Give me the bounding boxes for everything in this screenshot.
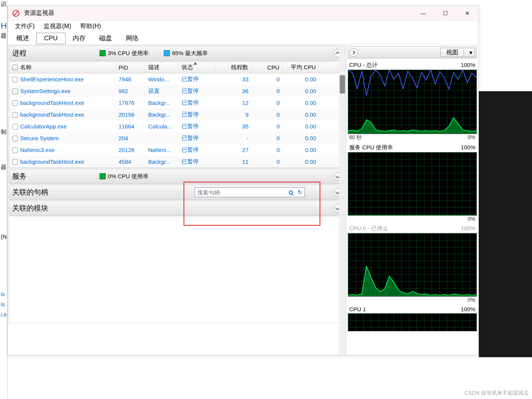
resource-monitor-window: 资源监视器 — ☐ ✕ 文件(F) 监视器(M) 帮助(H) 概述 CPU 内存… xyxy=(8,6,479,355)
cell-threads: 27 xyxy=(216,147,252,153)
scroll-thumb[interactable] xyxy=(340,75,345,93)
empty-content-area xyxy=(9,217,345,323)
cell-pid: 11664 xyxy=(116,123,145,130)
table-row[interactable]: backgroundTaskHost.exe4584Backgr...已暂停11… xyxy=(9,156,345,168)
graph-2: CPU 0 - 已停止100%0% xyxy=(348,224,477,304)
col-pid[interactable]: PID xyxy=(116,62,145,73)
cell-status: 已暂停 xyxy=(179,76,216,83)
cell-threads: 11 xyxy=(216,158,252,165)
table-row[interactable]: backgroundTaskHost.exe17876Backgr...已暂停1… xyxy=(9,97,345,109)
graph-1: 服务 CPU 使用率100%0% xyxy=(348,143,477,223)
view-header: 视图 ▾ xyxy=(348,46,477,59)
cell-desc: Backgr... xyxy=(145,100,179,106)
menu-help[interactable]: 帮助(H) xyxy=(76,21,105,32)
checkbox[interactable] xyxy=(12,136,18,141)
table-row[interactable]: backgroundTaskHost.exe20156Backgr...已暂停9… xyxy=(9,109,345,120)
collapse-right-button[interactable] xyxy=(350,48,358,57)
right-pane: 视图 ▾ CPU - 总计100%60 秒0%服务 CPU 使用率100%0%C… xyxy=(346,45,478,355)
search-handles-input[interactable] xyxy=(195,189,286,196)
table-row[interactable]: SystemSettings.exe992设置已暂停3600.00 xyxy=(9,85,345,97)
col-status[interactable]: 状态 xyxy=(179,62,216,73)
cell-cpu: 0 xyxy=(252,158,283,165)
col-threads[interactable]: 线程数 xyxy=(216,62,252,73)
background-dark xyxy=(479,91,532,357)
cell-name: backgroundTaskHost.exe xyxy=(9,100,116,106)
graph-max: 100% xyxy=(461,225,475,232)
cell-threads: 36 xyxy=(216,88,252,94)
graph-canvas xyxy=(348,313,477,331)
cell-cpu: 0 xyxy=(252,111,283,118)
window-title: 资源监视器 xyxy=(24,9,412,17)
close-button[interactable]: ✕ xyxy=(456,6,478,21)
scrollbar[interactable] xyxy=(339,45,346,355)
services-header[interactable]: 服务 0% CPU 使用率 xyxy=(9,169,345,184)
handles-header[interactable]: 关联的句柄 ↻ xyxy=(9,185,345,200)
background-links: is is i.e xyxy=(1,289,7,320)
checkbox[interactable] xyxy=(12,147,18,153)
cell-status: 已暂停 xyxy=(179,158,216,165)
tab-overview[interactable]: 概述 xyxy=(10,32,36,44)
cell-avg: 0.00 xyxy=(283,135,319,141)
graph-title: CPU 1 xyxy=(349,306,366,312)
cell-pid: 17876 xyxy=(116,100,145,106)
cell-threads: - xyxy=(216,135,252,141)
graph-title: CPU - 总计 xyxy=(349,62,378,69)
col-name[interactable]: 名称 xyxy=(9,62,116,73)
table-row[interactable]: Nahimic3.exe20128Nahimi...已暂停2700.00 xyxy=(9,144,345,156)
checkbox[interactable] xyxy=(12,100,18,106)
view-dropdown[interactable]: 视图 ▾ xyxy=(440,48,475,57)
cell-status: 已暂停 xyxy=(179,123,216,130)
graph-footer-right: 0% xyxy=(468,216,475,222)
minimize-button[interactable]: — xyxy=(412,6,434,21)
cell-desc: Backgr... xyxy=(145,158,179,165)
checkbox[interactable] xyxy=(12,89,18,94)
cpu-usage-label: 3% CPU 使用率 xyxy=(108,50,149,57)
col-cpu[interactable]: CPU xyxy=(252,62,283,73)
cell-avg: 0.00 xyxy=(283,76,319,82)
col-desc[interactable]: 描述 xyxy=(145,62,179,73)
maximize-button[interactable]: ☐ xyxy=(434,6,456,21)
menu-file[interactable]: 文件(F) xyxy=(10,21,39,32)
search-button[interactable] xyxy=(286,188,295,197)
services-title: 服务 xyxy=(12,171,100,181)
checkbox[interactable] xyxy=(12,159,18,165)
cell-status: 已暂停 xyxy=(179,111,216,118)
tab-cpu[interactable]: CPU xyxy=(36,33,66,44)
cell-name: Secure System xyxy=(9,135,116,142)
refresh-button[interactable]: ↻ xyxy=(295,188,304,197)
cell-avg: 0.00 xyxy=(283,123,319,130)
svg-marker-2 xyxy=(348,266,477,296)
tab-network[interactable]: 网络 xyxy=(119,32,146,44)
cell-avg: 0.00 xyxy=(283,111,319,118)
cell-cpu: 0 xyxy=(252,76,283,82)
checkbox[interactable] xyxy=(12,77,18,82)
table-row[interactable]: CalculatorApp.exe11664Calcula...已暂停3500.… xyxy=(9,120,345,132)
graph-max: 100% xyxy=(461,62,475,69)
services-cpu-label: 0% CPU 使用率 xyxy=(108,173,149,180)
cell-desc: Calcula... xyxy=(145,123,179,130)
checkbox[interactable] xyxy=(12,112,18,118)
cell-name: Nahimic3.exe xyxy=(9,147,116,154)
cell-name: backgroundTaskHost.exe xyxy=(9,111,116,118)
menu-monitor[interactable]: 监视器(M) xyxy=(39,21,76,32)
col-avg-cpu[interactable]: 平均 CPU xyxy=(283,62,319,73)
checkbox[interactable] xyxy=(12,124,18,130)
menubar: 文件(F) 监视器(M) 帮助(H) xyxy=(8,21,478,32)
modules-header[interactable]: 关联的模块 xyxy=(9,201,345,216)
graph-max: 100% xyxy=(461,144,475,151)
table-row[interactable]: Secure System204已暂停-00.00 xyxy=(9,132,345,144)
processes-header[interactable]: 进程 3% CPU 使用率 85% 最大频率 xyxy=(9,46,345,61)
processes-table: 名称 PID 描述 状态 线程数 CPU 平均 CPU ShellExperie… xyxy=(9,62,345,168)
tab-memory[interactable]: 内存 xyxy=(66,32,92,44)
graph-0: CPU - 总计100%60 秒0% xyxy=(348,61,477,142)
graph-canvas xyxy=(348,70,477,134)
cell-desc: Backgr... xyxy=(145,111,179,118)
processes-title: 进程 xyxy=(12,48,100,58)
table-row[interactable]: ShellExperienceHost.exe7948Windo...已暂停33… xyxy=(9,73,345,85)
cell-name: backgroundTaskHost.exe xyxy=(9,158,116,165)
left-pane: 进程 3% CPU 使用率 85% 最大频率 名称 PID 描述 状态 线程数 … xyxy=(8,45,346,355)
watermark: CSDN @等风来不如迎风去 xyxy=(464,390,529,397)
tab-disk[interactable]: 磁盘 xyxy=(92,32,119,44)
cell-name: ShellExperienceHost.exe xyxy=(9,76,116,83)
cell-status: 已暂停 xyxy=(179,146,216,154)
